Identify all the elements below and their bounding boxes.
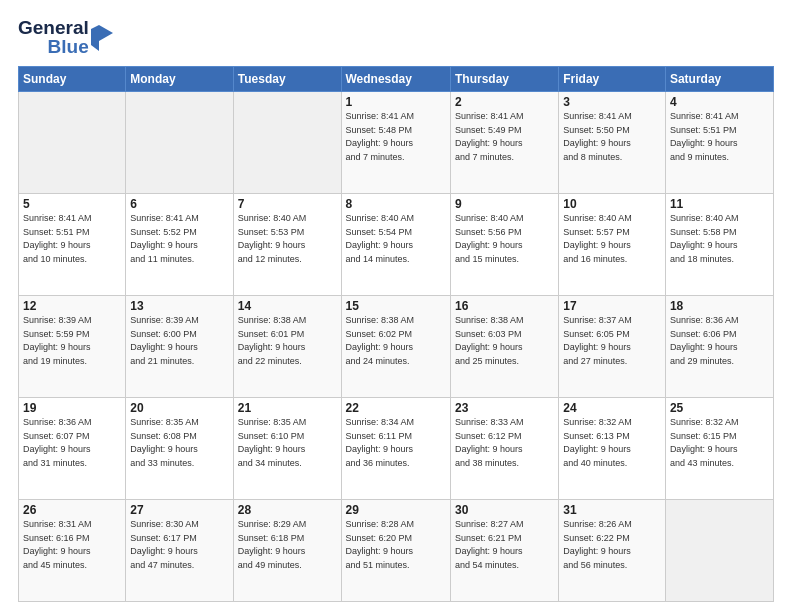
- calendar-cell: 2Sunrise: 8:41 AMSunset: 5:49 PMDaylight…: [450, 92, 558, 194]
- day-header-thursday: Thursday: [450, 67, 558, 92]
- day-info: Sunrise: 8:33 AMSunset: 6:12 PMDaylight:…: [455, 416, 554, 470]
- calendar-cell: 19Sunrise: 8:36 AMSunset: 6:07 PMDayligh…: [19, 398, 126, 500]
- calendar-cell: 18Sunrise: 8:36 AMSunset: 6:06 PMDayligh…: [665, 296, 773, 398]
- day-number: 24: [563, 401, 661, 415]
- day-info: Sunrise: 8:38 AMSunset: 6:01 PMDaylight:…: [238, 314, 337, 368]
- calendar-cell: 8Sunrise: 8:40 AMSunset: 5:54 PMDaylight…: [341, 194, 450, 296]
- calendar-week-row: 12Sunrise: 8:39 AMSunset: 5:59 PMDayligh…: [19, 296, 774, 398]
- day-header-monday: Monday: [126, 67, 233, 92]
- day-number: 27: [130, 503, 228, 517]
- day-info: Sunrise: 8:39 AMSunset: 5:59 PMDaylight:…: [23, 314, 121, 368]
- day-number: 5: [23, 197, 121, 211]
- day-number: 17: [563, 299, 661, 313]
- calendar-page: General Blue SundayMondayTuesdayWednesda…: [0, 0, 792, 612]
- day-info: Sunrise: 8:37 AMSunset: 6:05 PMDaylight:…: [563, 314, 661, 368]
- calendar-cell: 16Sunrise: 8:38 AMSunset: 6:03 PMDayligh…: [450, 296, 558, 398]
- day-info: Sunrise: 8:27 AMSunset: 6:21 PMDaylight:…: [455, 518, 554, 572]
- day-info: Sunrise: 8:28 AMSunset: 6:20 PMDaylight:…: [346, 518, 446, 572]
- day-number: 9: [455, 197, 554, 211]
- calendar-cell: 3Sunrise: 8:41 AMSunset: 5:50 PMDaylight…: [559, 92, 666, 194]
- calendar-cell: 23Sunrise: 8:33 AMSunset: 6:12 PMDayligh…: [450, 398, 558, 500]
- day-number: 23: [455, 401, 554, 415]
- day-info: Sunrise: 8:41 AMSunset: 5:52 PMDaylight:…: [130, 212, 228, 266]
- day-header-tuesday: Tuesday: [233, 67, 341, 92]
- day-number: 31: [563, 503, 661, 517]
- day-number: 30: [455, 503, 554, 517]
- day-number: 20: [130, 401, 228, 415]
- calendar-cell: 24Sunrise: 8:32 AMSunset: 6:13 PMDayligh…: [559, 398, 666, 500]
- calendar-cell: 25Sunrise: 8:32 AMSunset: 6:15 PMDayligh…: [665, 398, 773, 500]
- calendar-cell: 27Sunrise: 8:30 AMSunset: 6:17 PMDayligh…: [126, 500, 233, 602]
- day-info: Sunrise: 8:41 AMSunset: 5:49 PMDaylight:…: [455, 110, 554, 164]
- day-info: Sunrise: 8:32 AMSunset: 6:13 PMDaylight:…: [563, 416, 661, 470]
- day-info: Sunrise: 8:29 AMSunset: 6:18 PMDaylight:…: [238, 518, 337, 572]
- day-number: 15: [346, 299, 446, 313]
- day-number: 3: [563, 95, 661, 109]
- calendar-week-row: 1Sunrise: 8:41 AMSunset: 5:48 PMDaylight…: [19, 92, 774, 194]
- calendar-cell: 21Sunrise: 8:35 AMSunset: 6:10 PMDayligh…: [233, 398, 341, 500]
- day-number: 8: [346, 197, 446, 211]
- calendar-cell: [665, 500, 773, 602]
- day-number: 19: [23, 401, 121, 415]
- day-info: Sunrise: 8:41 AMSunset: 5:51 PMDaylight:…: [670, 110, 769, 164]
- day-number: 7: [238, 197, 337, 211]
- logo-general: General: [18, 18, 89, 37]
- day-number: 14: [238, 299, 337, 313]
- day-info: Sunrise: 8:38 AMSunset: 6:03 PMDaylight:…: [455, 314, 554, 368]
- calendar-cell: [233, 92, 341, 194]
- calendar-cell: 7Sunrise: 8:40 AMSunset: 5:53 PMDaylight…: [233, 194, 341, 296]
- svg-marker-0: [91, 25, 113, 51]
- calendar-cell: 10Sunrise: 8:40 AMSunset: 5:57 PMDayligh…: [559, 194, 666, 296]
- calendar-cell: 31Sunrise: 8:26 AMSunset: 6:22 PMDayligh…: [559, 500, 666, 602]
- day-number: 28: [238, 503, 337, 517]
- day-number: 11: [670, 197, 769, 211]
- calendar-cell: 14Sunrise: 8:38 AMSunset: 6:01 PMDayligh…: [233, 296, 341, 398]
- calendar-cell: 22Sunrise: 8:34 AMSunset: 6:11 PMDayligh…: [341, 398, 450, 500]
- header: General Blue: [18, 18, 774, 56]
- calendar-cell: 5Sunrise: 8:41 AMSunset: 5:51 PMDaylight…: [19, 194, 126, 296]
- day-info: Sunrise: 8:35 AMSunset: 6:10 PMDaylight:…: [238, 416, 337, 470]
- day-number: 6: [130, 197, 228, 211]
- calendar-table: SundayMondayTuesdayWednesdayThursdayFrid…: [18, 66, 774, 602]
- calendar-cell: 29Sunrise: 8:28 AMSunset: 6:20 PMDayligh…: [341, 500, 450, 602]
- day-info: Sunrise: 8:32 AMSunset: 6:15 PMDaylight:…: [670, 416, 769, 470]
- calendar-cell: 20Sunrise: 8:35 AMSunset: 6:08 PMDayligh…: [126, 398, 233, 500]
- logo-icon: [91, 23, 113, 51]
- calendar-cell: 11Sunrise: 8:40 AMSunset: 5:58 PMDayligh…: [665, 194, 773, 296]
- day-info: Sunrise: 8:40 AMSunset: 5:56 PMDaylight:…: [455, 212, 554, 266]
- calendar-header-row: SundayMondayTuesdayWednesdayThursdayFrid…: [19, 67, 774, 92]
- day-info: Sunrise: 8:40 AMSunset: 5:58 PMDaylight:…: [670, 212, 769, 266]
- calendar-cell: 15Sunrise: 8:38 AMSunset: 6:02 PMDayligh…: [341, 296, 450, 398]
- calendar-cell: [19, 92, 126, 194]
- day-number: 18: [670, 299, 769, 313]
- calendar-cell: [126, 92, 233, 194]
- day-info: Sunrise: 8:31 AMSunset: 6:16 PMDaylight:…: [23, 518, 121, 572]
- day-info: Sunrise: 8:30 AMSunset: 6:17 PMDaylight:…: [130, 518, 228, 572]
- day-info: Sunrise: 8:41 AMSunset: 5:48 PMDaylight:…: [346, 110, 446, 164]
- calendar-cell: 9Sunrise: 8:40 AMSunset: 5:56 PMDaylight…: [450, 194, 558, 296]
- calendar-week-row: 5Sunrise: 8:41 AMSunset: 5:51 PMDaylight…: [19, 194, 774, 296]
- calendar-week-row: 19Sunrise: 8:36 AMSunset: 6:07 PMDayligh…: [19, 398, 774, 500]
- day-number: 2: [455, 95, 554, 109]
- day-number: 10: [563, 197, 661, 211]
- day-info: Sunrise: 8:38 AMSunset: 6:02 PMDaylight:…: [346, 314, 446, 368]
- calendar-cell: 30Sunrise: 8:27 AMSunset: 6:21 PMDayligh…: [450, 500, 558, 602]
- day-info: Sunrise: 8:40 AMSunset: 5:54 PMDaylight:…: [346, 212, 446, 266]
- logo: General Blue: [18, 18, 113, 56]
- day-number: 16: [455, 299, 554, 313]
- day-info: Sunrise: 8:36 AMSunset: 6:06 PMDaylight:…: [670, 314, 769, 368]
- day-header-friday: Friday: [559, 67, 666, 92]
- calendar-cell: 4Sunrise: 8:41 AMSunset: 5:51 PMDaylight…: [665, 92, 773, 194]
- day-number: 29: [346, 503, 446, 517]
- day-header-wednesday: Wednesday: [341, 67, 450, 92]
- day-info: Sunrise: 8:39 AMSunset: 6:00 PMDaylight:…: [130, 314, 228, 368]
- day-info: Sunrise: 8:41 AMSunset: 5:51 PMDaylight:…: [23, 212, 121, 266]
- day-number: 13: [130, 299, 228, 313]
- day-header-saturday: Saturday: [665, 67, 773, 92]
- day-info: Sunrise: 8:40 AMSunset: 5:53 PMDaylight:…: [238, 212, 337, 266]
- day-info: Sunrise: 8:26 AMSunset: 6:22 PMDaylight:…: [563, 518, 661, 572]
- day-number: 25: [670, 401, 769, 415]
- calendar-week-row: 26Sunrise: 8:31 AMSunset: 6:16 PMDayligh…: [19, 500, 774, 602]
- day-header-sunday: Sunday: [19, 67, 126, 92]
- logo-blue: Blue: [48, 37, 89, 56]
